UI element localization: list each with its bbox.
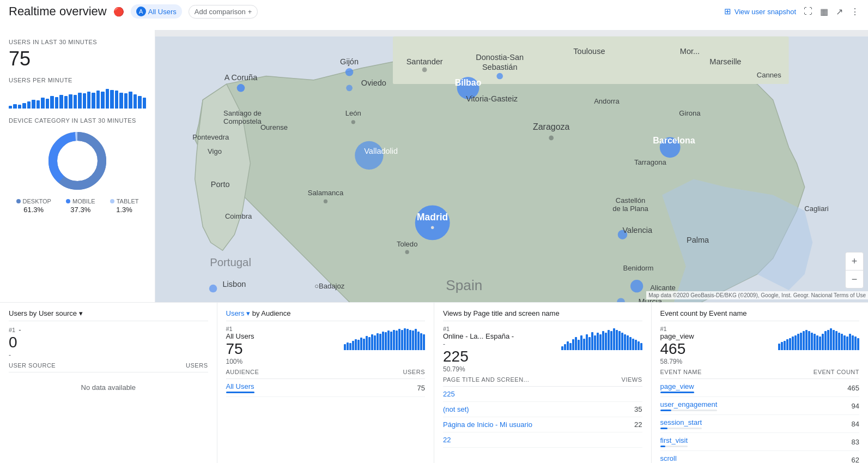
svg-point-22 [346,85,353,92]
svg-text:○Badajoz: ○Badajoz [314,282,345,290]
expand-icon[interactable]: ⛶ [804,7,812,16]
events-panel: Event count by Event name #1 page_view 4… [652,303,869,463]
svg-text:Marseille: Marseille [709,57,741,66]
svg-text:Portugal: Portugal [210,256,251,268]
svg-text:Benidorm: Benidorm [623,264,654,272]
svg-text:Palma: Palma [687,236,709,244]
svg-point-31 [351,120,355,124]
svg-text:Toulouse: Toulouse [573,47,605,56]
events-sparkline [778,326,859,350]
table-row: first_visit 83 [660,433,860,451]
audience-title: Users ▾ by Audience [226,309,426,321]
svg-point-42 [324,200,327,203]
svg-text:Santiago de: Santiago de [223,109,262,117]
add-comparison-label: Add comparison [195,8,246,16]
svg-text:Salamanca: Salamanca [308,189,344,197]
svg-point-35 [549,136,554,141]
audience-count: 75 [226,340,254,358]
map-attribution: Map data ©2020 GeoBasis-DE/BKG (©2009), … [646,291,868,299]
svg-text:Barcelona: Barcelona [653,136,695,145]
svg-text:Cannes: Cannes [757,71,782,79]
user-source-table-header: USER SOURCE USERS [9,359,208,372]
user-source-panel: Users by User source ▾ #1 - 0 - USER SOU… [0,303,217,463]
svg-text:Oviedo: Oviedo [361,79,386,87]
svg-text:Andorra: Andorra [594,97,620,105]
svg-text:●: ● [430,223,435,231]
mobile-pct: 37.3% [70,206,90,214]
audience-panel: Users ▾ by Audience #1 All Users 75 100%… [217,303,435,463]
zoom-out-button[interactable]: − [846,270,863,288]
dropdown-icon[interactable]: ▾ [79,309,83,317]
svg-text:Toledo: Toledo [397,240,418,248]
svg-text:Vitoria-Gasteiz: Vitoria-Gasteiz [466,94,518,103]
all-users-chip[interactable]: A All Users [131,4,182,19]
svg-text:Bilbao: Bilbao [455,78,482,87]
view-snapshot-button[interactable]: ⊞ View user snapshot [724,7,796,16]
upm-label: USERS PER MINUTE [9,77,146,83]
snapshot-label: View user snapshot [735,8,796,16]
device-section: DEVICE CATEGORY IN LAST 30 MINUTES [9,117,146,214]
desktop-label: DESKTOP [23,198,51,205]
svg-text:Coimbra: Coimbra [225,212,252,220]
table-row: 225 [443,387,642,402]
snapshot-icon: ⊞ [724,7,731,16]
svg-text:Pontevedra: Pontevedra [192,133,229,141]
users-count: 75 [9,47,146,70]
views-panel: Views by Page title and screen name #1 O… [434,303,652,463]
table-row: scroll 62 [660,451,860,463]
desktop-pct: 61.3% [23,206,44,214]
top-actions: ⊞ View user snapshot ⛶ ▦ ↗ ⋮ [724,7,859,17]
table-row: Página de Inicio - Mi usuario 22 [443,417,642,432]
legend-desktop: DESKTOP 61.3% [16,198,51,214]
tablet-pct: 1.3% [116,206,132,214]
table-row: session_start 84 [660,415,860,433]
users-label: USERS IN LAST 30 MINUTES [9,39,146,45]
svg-point-44 [415,205,450,240]
svg-text:Valladolid: Valladolid [364,147,398,155]
svg-point-48 [405,250,409,254]
svg-text:Mor...: Mor... [680,47,700,56]
svg-point-13 [345,68,354,76]
share-icon[interactable]: ↗ [836,7,843,17]
dropdown-icon[interactable]: ▾ [246,309,252,317]
users-per-minute-chart [9,87,146,109]
svg-point-19 [496,73,503,80]
device-label: DEVICE CATEGORY IN LAST 30 MINUTES [9,117,146,124]
plus-icon: + [248,8,252,16]
zoom-controls: + − [845,252,864,288]
svg-point-5 [59,142,96,179]
tablet-label: TABLET [117,198,139,205]
more-icon[interactable]: ⋮ [851,7,859,17]
svg-text:Ourense: Ourense [260,123,288,131]
views-sparkline [561,326,642,350]
donut-chart [9,128,146,194]
chip-label: All Users [148,8,177,16]
add-comparison-button[interactable]: Add comparison + [189,5,258,19]
svg-text:Santander: Santander [406,57,443,66]
svg-text:Donostia-San: Donostia-San [476,53,524,62]
views-title: Views by Page title and screen name [443,309,642,321]
audience-table-header: AUDIENCE USERS [226,365,426,379]
svg-text:de la Plana: de la Plana [612,205,648,213]
svg-text:Tarragona: Tarragona [634,158,667,166]
donut-legend: DESKTOP 61.3% MOBILE 37.3% TABLET 1.3% [9,198,146,214]
svg-text:A Coruña: A Coruña [224,73,258,82]
events-rows: page_view 465 user_engagement 94 session… [660,379,860,463]
svg-text:Zaragoza: Zaragoza [533,122,570,131]
svg-text:Alicante: Alicante [650,284,676,292]
avatar: A [136,7,146,16]
svg-text:Spain: Spain [446,277,482,293]
page-title: Realtime overview [9,4,107,19]
table-row: page_view 465 [660,379,860,397]
svg-text:Porto: Porto [211,180,230,189]
svg-point-11 [237,84,245,92]
legend-tablet: TABLET 1.3% [110,198,139,214]
audience-row: All Users 75 [226,379,426,397]
user-source-count: 0 [9,334,208,351]
table-row: 22 [443,432,642,448]
zoom-in-button[interactable]: + [846,252,863,270]
svg-text:Madrid: Madrid [417,212,448,223]
chart-icon[interactable]: ▦ [820,7,828,17]
mobile-label: MOBILE [72,198,95,205]
title-icon: 🔴 [113,7,124,17]
